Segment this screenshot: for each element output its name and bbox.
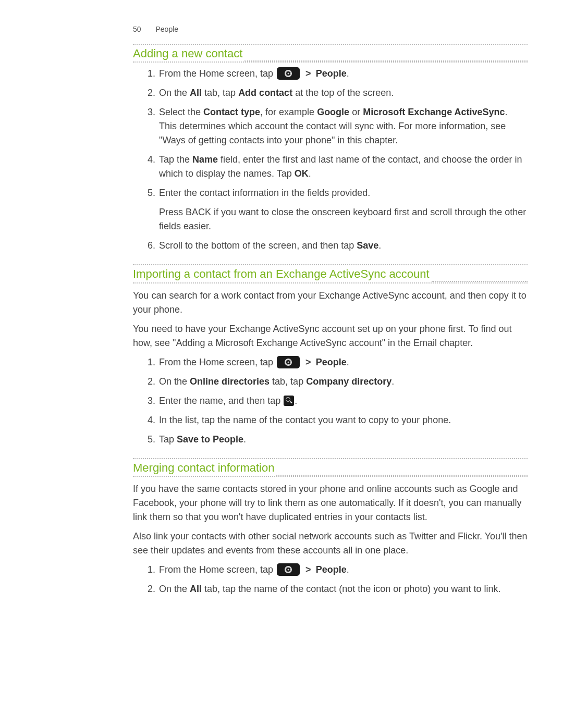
page-number: 50 [133, 25, 141, 33]
body-text: You can search for a work contact from y… [133, 289, 528, 317]
all-apps-icon [277, 563, 300, 576]
section-title: Adding a new contact [133, 45, 242, 61]
body-text: If you have the same contacts stored in … [133, 482, 528, 524]
list-item: In the list, tap the name of the contact… [158, 413, 528, 427]
list-item: On the All tab, tap the name of the cont… [158, 582, 528, 596]
list-item: Enter the contact information in the fie… [158, 186, 528, 233]
steps-list: From the Home screen, tap > People. On t… [133, 355, 528, 447]
list-item: Select the Contact type, for example Goo… [158, 105, 528, 147]
all-apps-icon [277, 67, 300, 80]
section-title: Merging contact information [133, 459, 274, 476]
section-importing-contact: Importing a contact from an Exchange Act… [133, 264, 528, 446]
section-merging-contact: Merging contact information If you have … [133, 458, 528, 596]
all-apps-icon [277, 356, 300, 368]
list-item: Tap Save to People. [158, 433, 528, 447]
section-title: Importing a contact from an Exchange Act… [133, 265, 430, 282]
list-item: From the Home screen, tap > People. [158, 563, 528, 577]
section-adding-contact: Adding a new contact From the Home scree… [133, 44, 528, 253]
list-item: On the Online directories tab, tap Compa… [158, 375, 528, 389]
steps-list: From the Home screen, tap > People. On t… [133, 563, 528, 596]
list-item: On the All tab, tap Add contact at the t… [158, 86, 528, 100]
list-item: From the Home screen, tap > People. [158, 355, 528, 369]
list-item: From the Home screen, tap > People. [158, 67, 528, 81]
list-item: Enter the name, and then tap . [158, 394, 528, 408]
list-item: Tap the Name field, enter the first and … [158, 153, 528, 181]
steps-list: From the Home screen, tap > People. On t… [133, 67, 528, 253]
page-header: 50 People [133, 25, 528, 33]
body-text: Also link your contacts with other socia… [133, 529, 528, 558]
list-item: Scroll to the bottom of the screen, and … [158, 239, 528, 253]
document-page: 50 People Adding a new contact From the … [0, 0, 563, 639]
search-icon [284, 396, 294, 406]
chapter-name: People [155, 25, 178, 33]
body-text: You need to have your Exchange ActiveSyn… [133, 322, 528, 350]
